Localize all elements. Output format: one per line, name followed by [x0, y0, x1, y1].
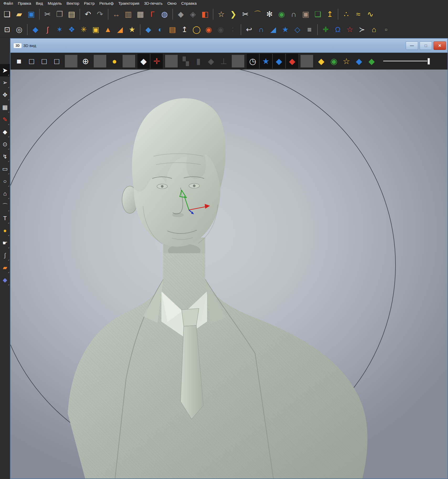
texture-relief-icon[interactable]: ◢ [114, 23, 126, 36]
offset-vector-icon[interactable]: ❯ [227, 8, 239, 21]
puzzle-icon[interactable]: ▚ [180, 54, 192, 69]
half-plane-icon[interactable]: ◐ [154, 23, 166, 36]
relief-model[interactable] [68, 98, 367, 478]
show-vectors-icon[interactable]: ★ [259, 54, 272, 69]
relief-clipart-icon[interactable]: ★ [126, 23, 138, 36]
wedge-relief-icon[interactable]: ◢ [267, 23, 279, 36]
weave-relief-icon[interactable]: ✳ [78, 23, 90, 36]
paste-icon[interactable]: ▤ [66, 8, 78, 21]
cut-icon[interactable]: ✂ [41, 8, 54, 21]
trim-vector-icon[interactable]: ✂ [239, 8, 251, 21]
text-tool[interactable]: T [0, 212, 10, 224]
raise-relief-icon[interactable]: ↥ [178, 23, 191, 36]
preview-toolpath-icon[interactable]: ◷ [246, 54, 259, 69]
curve-join-icon[interactable]: ≻ [356, 23, 368, 36]
show-block-icon[interactable]: ◆ [205, 54, 217, 69]
zoom-select-icon[interactable]: ⊡ [1, 23, 13, 36]
new-relief-icon[interactable]: ◆ [29, 23, 41, 36]
clipart-library-icon[interactable]: ❏ [312, 8, 324, 21]
carve-tool[interactable]: ∫ [0, 249, 10, 261]
show-axes-icon[interactable]: ✛ [150, 54, 163, 69]
layer-up-icon[interactable]: ≡ [303, 23, 315, 36]
back-relief-icon[interactable]: ◉ [328, 54, 340, 69]
relief-smooth-icon[interactable]: ◆ [175, 8, 187, 21]
fill-tool[interactable]: ● [0, 224, 10, 237]
combine-color-icon[interactable]: ◆ [353, 54, 365, 69]
measure-tool[interactable]: ⊙ [0, 138, 10, 150]
maximize-button[interactable]: □ [420, 41, 432, 50]
flip-relief-icon[interactable]: ↩ [243, 23, 255, 36]
light-settings-icon[interactable]: Г [146, 8, 159, 21]
sculpt-add-tool[interactable]: ✎ [0, 113, 10, 126]
arc-tool[interactable]: ⌒ [0, 200, 10, 212]
menu-item[interactable]: Файл [1, 1, 15, 6]
menu-item[interactable]: Вектор [64, 1, 82, 6]
transform-tool[interactable]: ✥ [0, 89, 10, 101]
view-scale-slider[interactable] [383, 54, 430, 69]
copy-icon[interactable]: ❐ [54, 8, 66, 21]
extrude-icon[interactable]: ↥ [324, 8, 336, 21]
texture-flame-icon[interactable]: ▲ [102, 23, 114, 36]
add-layer-icon[interactable]: ✚ [320, 23, 332, 36]
nodes-off-icon[interactable]: ∶ [227, 23, 239, 36]
menu-item[interactable]: Правка [15, 1, 34, 6]
ribbon-relief-icon[interactable]: ʃ [41, 23, 54, 36]
undo-icon[interactable]: ↶ [82, 8, 94, 21]
multi-relief-icon[interactable]: ❖ [66, 23, 78, 36]
drape-relief-icon[interactable]: ∩ [255, 23, 267, 36]
join-vector-icon[interactable]: ⌒ [251, 8, 263, 21]
show-plane-icon[interactable]: ◆ [137, 54, 150, 69]
point-wave-icon[interactable]: ≈ [352, 8, 364, 21]
lighting-icon[interactable]: ● [108, 54, 121, 69]
zero-plane-icon[interactable]: ◆ [142, 23, 154, 36]
rectangle-tool[interactable]: ▭ [0, 163, 10, 175]
menu-item[interactable]: Вид [34, 1, 45, 6]
menu-item[interactable]: Окно [165, 1, 179, 6]
chisel-tool[interactable]: ▰ [0, 261, 10, 274]
redo-icon[interactable]: ↷ [94, 8, 106, 21]
polyline-tool[interactable]: ↯ [0, 150, 10, 163]
menu-item[interactable]: Растр [82, 1, 97, 6]
frame-relief-icon[interactable]: ◇ [291, 23, 303, 36]
render-preview-icon[interactable]: ◍ [159, 8, 171, 21]
shape-editor-icon[interactable]: Ω [332, 23, 344, 36]
minimize-button[interactable]: — [406, 41, 418, 50]
scatter-points-icon[interactable]: ∴ [340, 8, 352, 21]
view-along-y-icon[interactable]: □ [38, 54, 50, 69]
swept-relief-icon[interactable]: ✶ [54, 23, 66, 36]
view-along-z-icon[interactable]: □ [50, 54, 63, 69]
ball-relief-icon[interactable]: ◉ [203, 23, 215, 36]
stack-color-icon[interactable]: ◆ [365, 54, 378, 69]
vector-library-icon[interactable]: ☆ [215, 8, 227, 21]
stamp-relief-icon[interactable]: ◈ [187, 8, 199, 21]
front-relief-icon[interactable]: ◆ [315, 54, 328, 69]
orbit-view-icon[interactable]: ◎ [13, 23, 25, 36]
emboss-wizard-icon[interactable]: ∩ [288, 8, 300, 21]
3d-canvas[interactable] [10, 70, 447, 478]
view-along-x-icon[interactable]: □ [25, 54, 38, 69]
mirror-model-icon[interactable]: ▥ [122, 8, 134, 21]
zoom-tool-icon[interactable]: ⊕ [79, 54, 92, 69]
array-copy-icon[interactable]: ✻ [263, 8, 276, 21]
envelope-distort-tool[interactable]: ▦ [0, 101, 10, 113]
save-icon[interactable]: ▣ [25, 8, 37, 21]
show-tool-icon[interactable]: ▮ [192, 54, 205, 69]
sculpt-smooth-tool[interactable]: ◆ [0, 126, 10, 138]
menu-item[interactable]: Модель [45, 1, 64, 6]
mirror-relief-icon[interactable]: ⌂ [368, 23, 380, 36]
slider-handle[interactable] [428, 58, 430, 65]
ball-relief-off-icon[interactable]: ◉ [215, 23, 227, 36]
ribbed-plane-icon[interactable]: ▤ [166, 23, 178, 36]
window-titlebar[interactable]: 3D 3D вид — □ ✕ [10, 39, 447, 53]
set-model-size-icon[interactable]: ↔ [110, 8, 122, 21]
star-stencil-icon[interactable]: ★ [279, 23, 291, 36]
select-relief-icon[interactable]: ◯ [191, 23, 203, 36]
smudge-tool[interactable]: ☛ [0, 237, 10, 249]
new-file-icon[interactable]: ❑ [1, 8, 13, 21]
emboss-stamp-icon[interactable]: ▣ [90, 23, 102, 36]
paste-selection-icon[interactable]: ▫ [380, 23, 392, 36]
ellipse-tool[interactable]: ○ [0, 175, 10, 187]
polygon-tool[interactable]: ⌂ [0, 187, 10, 200]
node-edit-tool[interactable]: ➢ [0, 76, 10, 89]
material-palette-icon[interactable]: ▦ [134, 8, 146, 21]
